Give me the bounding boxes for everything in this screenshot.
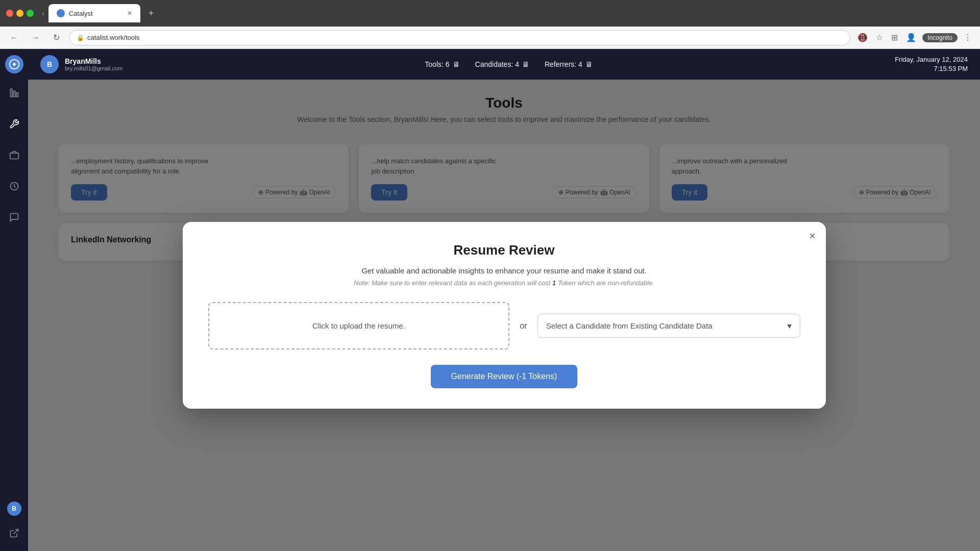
referrers-label: Referrers: 4 [545, 60, 582, 68]
user-section: B BryanMills bry.mills01@gmail.com [40, 55, 122, 73]
date-text: Friday, January 12, 2024 [895, 55, 968, 64]
modal-body: Click to upload the resume. or Select a … [208, 302, 800, 349]
tools-icon: 🖥 [453, 60, 460, 68]
sidebar-item-jobs[interactable] [5, 146, 23, 167]
modal-close-button[interactable]: × [810, 230, 816, 242]
user-avatar: B [40, 55, 59, 73]
no-video-button[interactable]: 📵 [855, 31, 870, 44]
svg-rect-1 [10, 89, 12, 97]
modal-overlay: × Resume Review Get valuable and actiona… [28, 80, 980, 551]
referrers-stat: Referrers: 4 🖥 [545, 60, 593, 68]
modal: × Resume Review Get valuable and actiona… [183, 222, 826, 409]
header-date: Friday, January 12, 2024 7:15:53 PM [895, 55, 968, 73]
modal-title: Resume Review [208, 242, 800, 258]
candidate-select[interactable]: Select a Candidate from Existing Candida… [537, 314, 800, 338]
sidebar-bottom: B [5, 502, 23, 545]
tools-label: Tools: 6 [425, 60, 449, 68]
tab-favicon [57, 9, 65, 17]
candidates-icon: 🖥 [522, 60, 529, 68]
modal-note: Note: Make sure to enter relevant data a… [208, 279, 800, 287]
modal-subtitle: Get valuable and actionable insights to … [208, 266, 800, 275]
sidebar-item-analytics[interactable] [5, 84, 23, 105]
modal-note-token: 1 [552, 279, 556, 287]
svg-rect-3 [16, 93, 18, 97]
address-bar[interactable]: 🔒 catalist.work/tools [69, 30, 850, 45]
time-text: 7:15:53 PM [895, 64, 968, 73]
browser-chrome: ‹ Catalyst ✕ + [0, 0, 980, 27]
svg-rect-2 [13, 91, 15, 97]
referrers-icon: 🖥 [585, 60, 593, 68]
tools-stat: Tools: 6 🖥 [425, 60, 459, 68]
sidebar-avatar[interactable]: B [7, 502, 21, 516]
browser-actions: 📵 ☆ ⊞ 👤 Incognito ⋮ [855, 31, 974, 44]
tab-close-button[interactable]: ✕ [127, 10, 132, 17]
forward-button[interactable]: → [28, 31, 44, 44]
sidebar-item-messages[interactable] [5, 208, 23, 229]
page-body: Tools Welcome to the Tools section, Brya… [28, 80, 980, 551]
upload-zone[interactable]: Click to upload the resume. [208, 302, 510, 349]
sidebar-item-insights[interactable] [5, 177, 23, 198]
bookmark-button[interactable]: ☆ [874, 31, 885, 44]
sidebar: B [0, 49, 28, 551]
or-separator: or [520, 321, 527, 331]
header-stats: Tools: 6 🖥 Candidates: 4 🖥 Referrers: 4 … [122, 60, 895, 68]
modal-note-text: Note: Make sure to enter relevant data a… [354, 279, 550, 287]
upload-label: Click to upload the resume. [312, 321, 405, 330]
address-bar-row: ← → ↻ 🔒 catalist.work/tools 📵 ☆ ⊞ 👤 Inco… [0, 27, 980, 49]
profile-button[interactable]: 👤 [904, 31, 918, 44]
candidates-stat: Candidates: 4 🖥 [475, 60, 529, 68]
back-button[interactable]: ← [6, 31, 22, 44]
new-tab-button[interactable]: + [144, 8, 158, 19]
prev-tab-button[interactable]: ‹ [42, 9, 44, 17]
maximize-window-button[interactable] [27, 10, 34, 17]
user-info: BryanMills bry.mills01@gmail.com [65, 57, 122, 71]
refresh-button[interactable]: ↻ [49, 31, 64, 44]
svg-line-6 [13, 530, 18, 534]
top-header: B BryanMills bry.mills01@gmail.com Tools… [28, 49, 980, 80]
svg-rect-4 [10, 153, 18, 159]
sidebar-logo [5, 55, 23, 73]
menu-button[interactable]: ⋮ [962, 31, 974, 44]
app-container: B B BryanMills bry.mills01@gmail.com [0, 49, 980, 551]
candidates-label: Candidates: 4 [475, 60, 519, 68]
candidate-select-wrapper: Select a Candidate from Existing Candida… [537, 314, 800, 338]
extensions-button[interactable]: ⊞ [889, 31, 900, 44]
lock-icon: 🔒 [77, 34, 84, 41]
user-email: bry.mills01@gmail.com [65, 65, 122, 71]
sidebar-item-share[interactable] [5, 524, 23, 545]
close-window-button[interactable] [6, 10, 13, 17]
incognito-badge: Incognito [922, 33, 958, 42]
modal-note-suffix: Token which are non-refundable. [558, 279, 654, 287]
browser-tab[interactable]: Catalyst ✕ [48, 4, 140, 22]
main-content: B BryanMills bry.mills01@gmail.com Tools… [28, 49, 980, 551]
sidebar-item-tools[interactable] [5, 115, 23, 136]
tab-title: Catalyst [69, 10, 93, 17]
window-controls [6, 10, 34, 17]
minimize-window-button[interactable] [16, 10, 23, 17]
generate-review-button[interactable]: Generate Review (-1 Tokens) [431, 365, 578, 388]
user-name: BryanMills [65, 57, 122, 65]
address-text: catalist.work/tools [87, 34, 843, 41]
